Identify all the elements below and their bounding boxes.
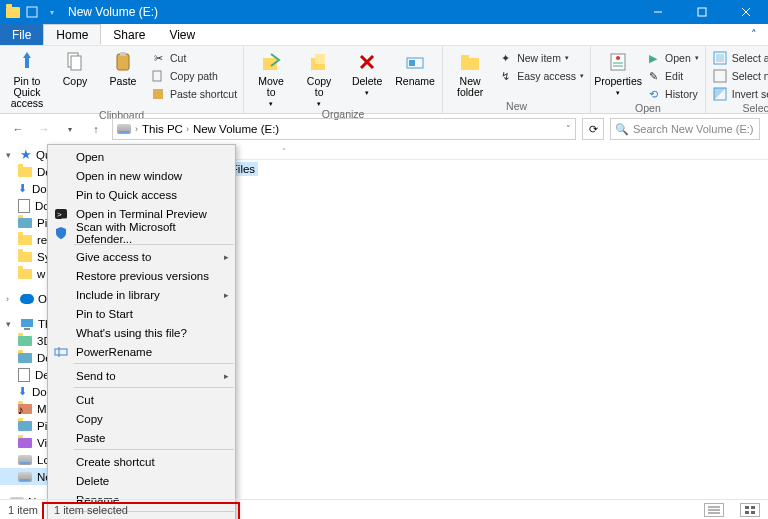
menu-item-powerrename[interactable]: PowerRename (48, 342, 235, 361)
column-header[interactable]: ˄ (150, 144, 768, 160)
svg-rect-37 (745, 506, 749, 509)
chevron-right-icon: › (135, 124, 138, 134)
svg-rect-6 (71, 56, 81, 70)
menu-item-give-access-to[interactable]: Give access to▸ (48, 247, 235, 266)
pin-icon (17, 50, 37, 74)
properties-icon (608, 50, 628, 74)
details-view-button[interactable] (704, 503, 724, 517)
new-folder-button[interactable]: New folder (449, 48, 491, 98)
chevron-right-icon: ▸ (224, 252, 229, 262)
svg-rect-7 (117, 54, 129, 70)
terminal-icon: >_ (53, 206, 69, 222)
open-button[interactable]: ▶Open ▾ (645, 50, 699, 66)
breadcrumb[interactable]: New Volume (E:) (193, 123, 279, 135)
menu-item-open[interactable]: Open (48, 147, 235, 166)
group-label: Open (597, 102, 699, 115)
back-button[interactable]: ← (8, 119, 28, 139)
easy-access-button[interactable]: ↯Easy access ▾ (497, 68, 584, 84)
copy-path-button[interactable]: Copy path (150, 68, 237, 84)
group-label: New (449, 100, 584, 113)
file-tab[interactable]: File (0, 24, 43, 45)
cut-button[interactable]: ✂Cut (150, 50, 237, 66)
document-icon (18, 199, 30, 213)
forward-button[interactable]: → (34, 119, 54, 139)
recent-dropdown[interactable]: ▾ (60, 119, 80, 139)
delete-button[interactable]: Delete▾ (346, 48, 388, 97)
drive-icon (117, 124, 131, 134)
music-icon: ♪ (18, 404, 32, 414)
select-none-button[interactable]: Select none (712, 68, 768, 84)
menu-item-pin-to-quick-access[interactable]: Pin to Quick access (48, 185, 235, 204)
menu-item-paste[interactable]: Paste (48, 428, 235, 447)
paste-shortcut-button[interactable]: Paste shortcut (150, 86, 237, 102)
menu-item-restore-previous-versions[interactable]: Restore previous versions (48, 266, 235, 285)
drive-icon (18, 455, 32, 465)
search-input[interactable]: 🔍 Search New Volume (E:) (610, 118, 760, 140)
file-list-pane[interactable]: ˄ ✓ Secrete Files (150, 144, 768, 499)
tab-view[interactable]: View (157, 24, 207, 45)
menu-separator (74, 363, 234, 364)
folder-icon (18, 167, 32, 177)
copy-button[interactable]: Copy (54, 48, 96, 87)
copy-to-button[interactable]: Copy to▾ (298, 48, 340, 108)
icons-view-button[interactable] (740, 503, 760, 517)
tab-share[interactable]: Share (101, 24, 157, 45)
move-icon (261, 50, 281, 74)
invert-icon (712, 86, 728, 102)
sort-caret-icon: ˄ (282, 147, 286, 156)
maximize-button[interactable] (680, 0, 724, 24)
menu-item-scan-with-microsoft-defender[interactable]: Scan with Microsoft Defender... (48, 223, 235, 242)
svg-rect-10 (153, 89, 163, 99)
rename-button[interactable]: Rename (394, 48, 436, 87)
up-button[interactable]: ↑ (86, 119, 106, 139)
nav-row: ← → ▾ ↑ › This PC› New Volume (E:) ˅ ⟳ 🔍… (0, 114, 768, 144)
drive-icon (18, 472, 32, 482)
history-button[interactable]: ⟲History (645, 86, 699, 102)
close-button[interactable] (724, 0, 768, 24)
svg-rect-2 (698, 8, 706, 16)
properties-button[interactable]: Properties▾ (597, 48, 639, 97)
address-bar[interactable]: › This PC› New Volume (E:) ˅ (112, 118, 576, 140)
menu-item-cut[interactable]: Cut (48, 390, 235, 409)
svg-rect-18 (461, 58, 479, 70)
search-placeholder: Search New Volume (E:) (633, 123, 753, 135)
document-icon (18, 368, 30, 382)
ribbon-collapse-icon[interactable]: ˄ (740, 24, 768, 45)
select-all-button[interactable]: Select all (712, 50, 768, 66)
menu-item-include-in-library[interactable]: Include in library▸ (48, 285, 235, 304)
menu-item-open-in-new-window[interactable]: Open in new window (48, 166, 235, 185)
new-item-button[interactable]: ✦New item ▾ (497, 50, 584, 66)
new-item-icon: ✦ (497, 50, 513, 66)
item-count: 1 item (8, 504, 38, 516)
refresh-button[interactable]: ⟳ (582, 118, 604, 140)
menu-item-create-shortcut[interactable]: Create shortcut (48, 452, 235, 471)
menu-item-copy[interactable]: Copy (48, 409, 235, 428)
invert-selection-button[interactable]: Invert selection (712, 86, 768, 102)
title-bar: ▾ New Volume (E:) (0, 0, 768, 24)
menu-item-delete[interactable]: Delete (48, 471, 235, 490)
search-icon: 🔍 (615, 123, 629, 136)
tab-home[interactable]: Home (43, 24, 101, 45)
menu-item-what-s-using-this-file[interactable]: What's using this file? (48, 323, 235, 342)
svg-rect-32 (55, 349, 67, 355)
paste-button[interactable]: Paste (102, 48, 144, 87)
edit-icon: ✎ (645, 68, 661, 84)
download-icon: ⬇ (18, 385, 27, 398)
minimize-button[interactable] (636, 0, 680, 24)
pin-quick-access-button[interactable]: Pin to Quick access (6, 48, 48, 109)
dropdown-icon[interactable]: ˅ (566, 124, 571, 134)
copy-to-icon (309, 50, 329, 74)
breadcrumb[interactable]: This PC› (142, 123, 189, 135)
svg-rect-28 (21, 319, 33, 327)
pictures-icon (18, 421, 32, 431)
qat-pin-icon[interactable] (24, 4, 40, 20)
menu-item-send-to[interactable]: Send to▸ (48, 366, 235, 385)
menu-item-pin-to-start[interactable]: Pin to Start (48, 304, 235, 323)
copy-path-icon (150, 68, 166, 84)
svg-text:>_: >_ (57, 210, 67, 219)
qat-overflow-icon[interactable]: ▾ (44, 4, 60, 20)
star-icon: ★ (20, 147, 32, 162)
move-to-button[interactable]: Move to▾ (250, 48, 292, 108)
edit-button[interactable]: ✎Edit (645, 68, 699, 84)
svg-rect-8 (120, 52, 126, 56)
